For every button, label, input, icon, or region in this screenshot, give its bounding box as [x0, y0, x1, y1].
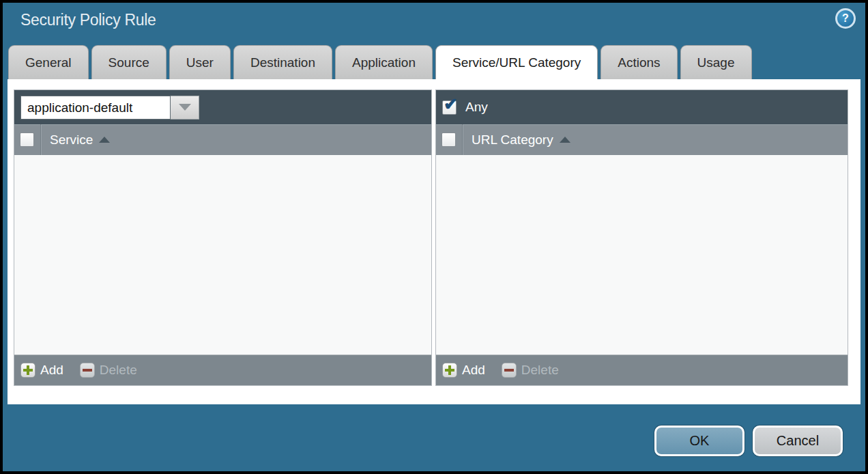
url-category-table-header: URL Category: [436, 124, 848, 155]
plus-icon: [20, 363, 35, 378]
screen: Security Policy Rule ? General Source Us…: [0, 0, 868, 474]
help-icon[interactable]: ?: [835, 8, 856, 29]
tab-service-url-category[interactable]: Service/URL Category: [435, 45, 598, 79]
checkmark-icon: ✔: [444, 94, 458, 114]
url-category-panel: ✔ Any URL Category Add: [435, 89, 848, 386]
tab-application[interactable]: Application: [335, 45, 433, 79]
tab-user[interactable]: User: [169, 45, 231, 79]
service-panel-topbar: application-default: [14, 90, 431, 124]
any-checkbox-label[interactable]: Any: [465, 100, 488, 115]
column-divider: [40, 124, 41, 155]
service-panel-footer: Add Delete: [14, 354, 431, 385]
minus-icon: [502, 363, 517, 378]
service-type-dropdown[interactable]: application-default: [20, 96, 199, 120]
delete-button-label: Delete: [521, 363, 559, 378]
url-category-delete-button: Delete: [502, 363, 559, 378]
tab-content: application-default Service: [8, 79, 860, 404]
column-divider: [462, 124, 463, 155]
select-all-url-categories-checkbox[interactable]: [442, 133, 456, 147]
service-column-header[interactable]: Service: [50, 133, 93, 148]
sort-ascending-icon[interactable]: [560, 137, 570, 143]
tab-source[interactable]: Source: [91, 45, 167, 79]
url-category-column-header[interactable]: URL Category: [472, 133, 553, 148]
plus-icon: [442, 363, 457, 378]
url-category-panel-topbar: ✔ Any: [436, 90, 848, 124]
select-all-services-checkbox[interactable]: [20, 133, 34, 147]
sort-ascending-icon[interactable]: [99, 137, 110, 143]
url-category-table-body[interactable]: [436, 155, 848, 354]
service-type-dropdown-value[interactable]: application-default: [20, 96, 171, 120]
chevron-down-icon: [179, 104, 191, 111]
delete-button-label: Delete: [100, 363, 137, 378]
service-add-button[interactable]: Add: [20, 363, 63, 378]
cancel-button[interactable]: Cancel: [753, 426, 843, 456]
url-category-panel-footer: Add Delete: [436, 354, 848, 385]
security-policy-rule-dialog: Security Policy Rule ? General Source Us…: [3, 3, 865, 471]
tab-destination[interactable]: Destination: [233, 45, 332, 79]
service-table-body[interactable]: [14, 155, 431, 354]
url-category-add-button[interactable]: Add: [442, 363, 485, 378]
service-delete-button: Delete: [80, 363, 137, 378]
ok-button[interactable]: OK: [654, 426, 744, 456]
service-panel: application-default Service: [14, 89, 432, 386]
tab-bar: General Source User Destination Applicat…: [8, 45, 752, 79]
tab-usage[interactable]: Usage: [680, 45, 752, 79]
add-button-label: Add: [462, 363, 485, 378]
tab-actions[interactable]: Actions: [601, 45, 677, 79]
service-table-header: Service: [14, 124, 431, 155]
minus-icon: [80, 363, 95, 378]
tab-general[interactable]: General: [8, 45, 89, 79]
any-checkbox[interactable]: ✔: [442, 100, 457, 115]
add-button-label: Add: [40, 363, 63, 378]
dialog-title: Security Policy Rule: [20, 11, 156, 29]
service-type-dropdown-button[interactable]: [171, 96, 199, 120]
